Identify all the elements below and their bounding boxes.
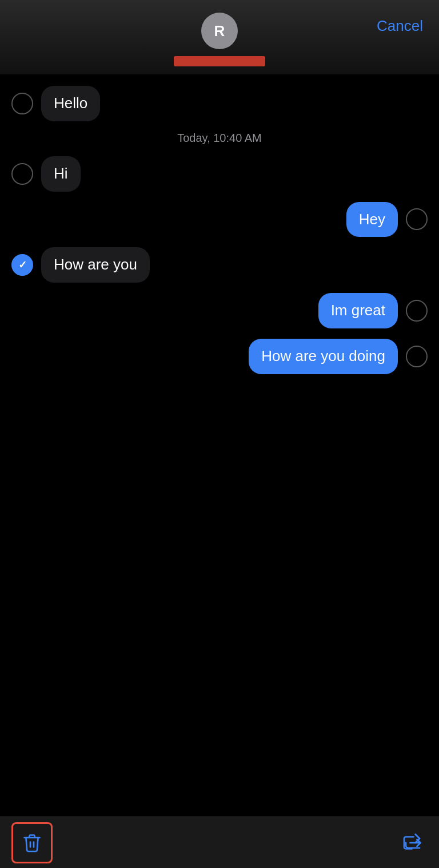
message-row: How are you doing	[0, 339, 439, 374]
message-row: How are you	[0, 247, 439, 283]
message-row: Hi	[0, 156, 439, 192]
delete-button[interactable]	[11, 822, 53, 863]
timestamp: Today, 10:40 AM	[0, 132, 439, 145]
select-circle-im-great[interactable]	[406, 300, 428, 322]
select-circle-how-are-you[interactable]	[11, 254, 33, 276]
trash-icon	[22, 833, 42, 853]
message-row: Hey	[0, 202, 439, 237]
select-circle-hello[interactable]	[11, 93, 33, 114]
select-circle-hey[interactable]	[406, 208, 428, 230]
bubble-hi: Hi	[41, 156, 81, 192]
message-row: Im great	[0, 293, 439, 328]
avatar: R	[201, 13, 238, 49]
message-row: Hello	[0, 86, 439, 121]
header: R Cancel	[0, 0, 439, 74]
bubble-im-great: Im great	[318, 293, 398, 328]
bubble-hey: Hey	[346, 202, 398, 237]
bubble-how-are-you-doing: How are you doing	[249, 339, 398, 374]
bottom-toolbar	[0, 817, 439, 868]
select-circle-how-are-you-doing[interactable]	[406, 346, 428, 367]
select-circle-hi[interactable]	[11, 163, 33, 185]
bubble-hello: Hello	[41, 86, 100, 121]
share-icon	[402, 833, 423, 853]
cancel-button[interactable]: Cancel	[377, 17, 423, 35]
contact-name-bar	[174, 56, 265, 66]
share-button[interactable]	[398, 828, 428, 858]
messages-area: Hello Today, 10:40 AM Hi Hey How are you…	[0, 74, 439, 817]
bubble-how-are-you: How are you	[41, 247, 150, 283]
